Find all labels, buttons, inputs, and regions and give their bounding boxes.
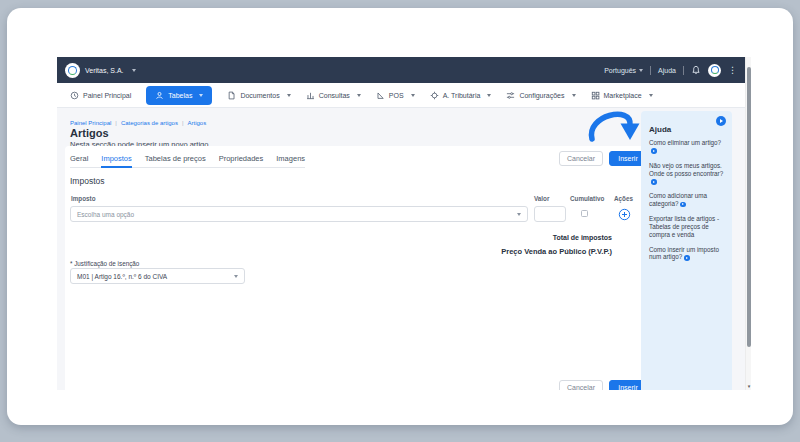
app-window: Veritas, S.A. Português Ajuda ⋮ [57,57,751,390]
breadcrumb-separator: | [182,120,184,126]
chevron-down-icon [639,69,643,72]
add-tax-row-button[interactable] [618,207,631,220]
nav-marketplace[interactable]: Marketplace [591,91,653,100]
chevron-down-icon [234,275,238,278]
exemption-select[interactable]: M01 | Artigo 16.º, n.º 6 do CIVA [70,268,245,284]
cancel-button-bottom[interactable]: Cancelar [559,380,603,390]
nav-tabelas[interactable]: Tabelas [146,86,212,105]
help-item[interactable]: Não vejo os meus artigos. Onde os posso … [649,162,724,186]
cancel-button[interactable]: Cancelar [559,151,603,166]
tab-tabelas-de-precos[interactable]: Tabelas de preços [145,154,206,168]
content-area: Painel Principal | Categorias de artigos… [57,108,745,390]
nav-pos[interactable]: POS [376,91,415,100]
tab-imagens[interactable]: Imagens [276,154,305,168]
chevron-down-icon [132,69,136,72]
cumulativo-checkbox[interactable] [581,210,588,217]
document-icon [227,91,236,100]
chevron-down-icon [199,94,203,97]
play-circle-icon [651,179,657,185]
users-icon [155,91,164,100]
vertical-scrollbar[interactable]: ▾ [745,57,751,390]
annotation-arrow-icon [585,108,647,150]
tab-bar: Geral Impostos Tabelas de preços Proprie… [70,154,305,168]
scrollbar-down-arrow-icon[interactable]: ▾ [746,384,752,389]
help-panel-title: Ajuda [649,125,724,134]
nav-documentos[interactable]: Documentos [227,91,290,100]
kebab-menu-icon[interactable]: ⋮ [728,66,737,75]
top-bar: Veritas, S.A. Português Ajuda ⋮ [57,57,745,83]
page-title: Artigos [70,127,109,139]
company-logo-icon [65,63,80,78]
user-avatar[interactable] [708,64,721,77]
help-item[interactable]: Como eliminar um artigo? [649,139,724,155]
chevron-down-icon [517,213,521,216]
scrollbar-thumb[interactable] [747,67,751,347]
divider [650,66,651,75]
chevron-down-icon [411,94,415,97]
bell-icon[interactable] [691,65,701,75]
nav-a-tributaria[interactable]: A. Tributária [430,91,492,100]
play-circle-icon [680,202,686,208]
tab-geral[interactable]: Geral [70,154,88,168]
help-item[interactable]: Como inserir um imposto num artigo? [649,246,724,262]
crosshair-icon [430,91,439,100]
breadcrumb-link[interactable]: Artigos [188,120,207,126]
nav-configuracoes[interactable]: Configurações [506,91,575,100]
chevron-down-icon [287,94,291,97]
main-nav: Painel Principal Tabelas Documentos Cons… [57,83,745,108]
help-link[interactable]: Ajuda [658,67,676,74]
tab-propriedades[interactable]: Propriedades [219,154,264,168]
chevron-down-icon [649,94,653,97]
breadcrumb: Painel Principal | Categorias de artigos… [70,120,206,126]
total-taxes-label: Total de impostos [553,234,612,241]
screenshot-frame: Veritas, S.A. Português Ajuda ⋮ [7,8,793,425]
tab-impostos[interactable]: Impostos [101,154,131,168]
nav-painel-principal[interactable]: Painel Principal [70,91,131,100]
valor-input[interactable] [534,206,566,222]
triangle-ruler-icon [376,91,385,100]
help-item[interactable]: Como adicionar uma categoria? [649,192,724,208]
tax-select[interactable]: Escolha uma opção [70,206,528,222]
divider [683,66,684,75]
chevron-down-icon [357,94,361,97]
nav-consultas[interactable]: Consultas [306,91,361,100]
breadcrumb-link[interactable]: Categorias de artigos [121,120,178,126]
grid-icon [591,91,600,100]
plus-circle-icon [618,208,631,221]
company-name: Veritas, S.A. [85,67,124,74]
company-menu[interactable]: Veritas, S.A. [65,63,136,78]
section-title: Impostos [70,176,105,186]
chevron-down-icon [572,94,576,97]
column-header-imposto: Imposto [71,195,96,202]
language-selector[interactable]: Português [604,67,643,74]
help-panel: Ajuda Como eliminar um artigo? Não vejo … [641,111,732,390]
breadcrumb-separator: | [115,120,117,126]
help-item[interactable]: Exportar lista de artigos - Tabelas de p… [649,215,724,239]
play-icon [720,119,723,123]
column-header-valor: Valor [534,195,549,202]
sliders-icon [506,91,515,100]
help-play-button[interactable] [716,116,726,126]
bar-chart-icon [306,91,315,100]
clock-icon [70,91,79,100]
pvp-label: Preço Venda ao Público (P.V.P.) [501,247,612,256]
play-circle-icon [651,148,657,154]
column-header-acoes: Ações [614,195,633,202]
chevron-down-icon [487,94,491,97]
breadcrumb-link[interactable]: Painel Principal [70,120,111,126]
play-circle-icon [684,255,690,261]
exemption-label: * Justificação de isenção [70,260,139,267]
column-header-cumulativo: Cumulativo [570,195,604,202]
